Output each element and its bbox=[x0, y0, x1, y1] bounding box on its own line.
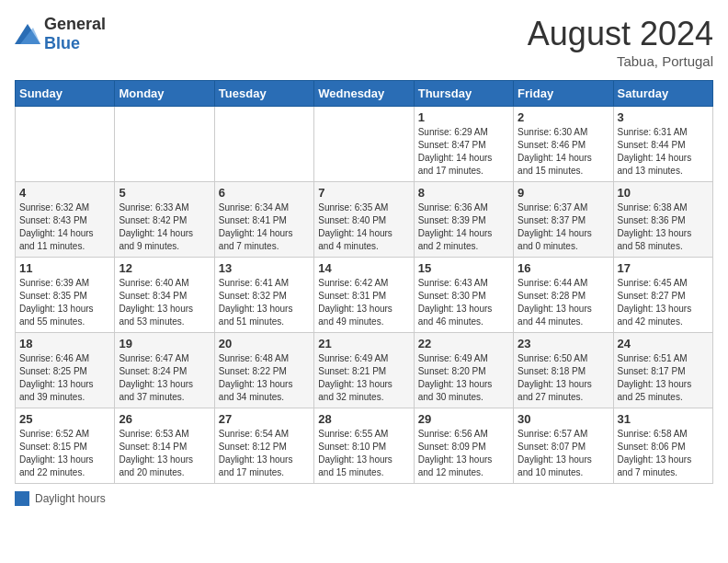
day-info: Sunrise: 6:40 AM Sunset: 8:34 PM Dayligh… bbox=[119, 277, 210, 328]
day-info: Sunrise: 6:33 AM Sunset: 8:42 PM Dayligh… bbox=[119, 201, 210, 253]
table-row: 8Sunrise: 6:36 AM Sunset: 8:39 PM Daylig… bbox=[414, 182, 513, 258]
logo: General Blue bbox=[15, 15, 106, 53]
day-number: 13 bbox=[219, 261, 310, 275]
table-row: 2Sunrise: 6:30 AM Sunset: 8:46 PM Daylig… bbox=[514, 107, 613, 182]
logo-text: General Blue bbox=[44, 15, 106, 53]
day-info: Sunrise: 6:47 AM Sunset: 8:24 PM Dayligh… bbox=[119, 352, 210, 404]
title-area: August 2024 Tabua, Portugal bbox=[528, 15, 713, 69]
day-info: Sunrise: 6:30 AM Sunset: 8:46 PM Dayligh… bbox=[518, 126, 609, 178]
calendar-table: Sunday Monday Tuesday Wednesday Thursday… bbox=[15, 80, 713, 484]
table-row: 16Sunrise: 6:44 AM Sunset: 8:28 PM Dayli… bbox=[514, 258, 613, 333]
day-info: Sunrise: 6:44 AM Sunset: 8:28 PM Dayligh… bbox=[518, 277, 609, 328]
day-number: 6 bbox=[219, 186, 310, 200]
day-number: 30 bbox=[518, 412, 609, 426]
day-number: 25 bbox=[19, 412, 110, 426]
table-row: 18Sunrise: 6:46 AM Sunset: 8:25 PM Dayli… bbox=[16, 333, 115, 408]
calendar-week-row: 25Sunrise: 6:52 AM Sunset: 8:15 PM Dayli… bbox=[16, 408, 713, 484]
table-row: 23Sunrise: 6:50 AM Sunset: 8:18 PM Dayli… bbox=[514, 333, 613, 408]
table-row: 29Sunrise: 6:56 AM Sunset: 8:09 PM Dayli… bbox=[414, 408, 513, 484]
location-subtitle: Tabua, Portugal bbox=[528, 53, 713, 69]
table-row: 7Sunrise: 6:35 AM Sunset: 8:40 PM Daylig… bbox=[314, 182, 414, 258]
table-row: 28Sunrise: 6:55 AM Sunset: 8:10 PM Dayli… bbox=[314, 408, 414, 484]
day-number: 14 bbox=[318, 261, 409, 275]
table-row: 4Sunrise: 6:32 AM Sunset: 8:43 PM Daylig… bbox=[16, 182, 115, 258]
day-info: Sunrise: 6:37 AM Sunset: 8:37 PM Dayligh… bbox=[518, 201, 609, 253]
day-number: 20 bbox=[219, 337, 310, 350]
calendar-week-row: 1Sunrise: 6:29 AM Sunset: 8:47 PM Daylig… bbox=[16, 107, 713, 182]
table-row: 21Sunrise: 6:49 AM Sunset: 8:21 PM Dayli… bbox=[314, 333, 414, 408]
table-row: 12Sunrise: 6:40 AM Sunset: 8:34 PM Dayli… bbox=[115, 258, 214, 333]
day-info: Sunrise: 6:49 AM Sunset: 8:20 PM Dayligh… bbox=[418, 352, 509, 404]
table-row: 27Sunrise: 6:54 AM Sunset: 8:12 PM Dayli… bbox=[214, 408, 313, 484]
calendar-week-row: 18Sunrise: 6:46 AM Sunset: 8:25 PM Dayli… bbox=[16, 333, 713, 408]
table-row: 10Sunrise: 6:38 AM Sunset: 8:36 PM Dayli… bbox=[613, 182, 712, 258]
table-row: 30Sunrise: 6:57 AM Sunset: 8:07 PM Dayli… bbox=[514, 408, 613, 484]
table-row: 11Sunrise: 6:39 AM Sunset: 8:35 PM Dayli… bbox=[16, 258, 115, 333]
day-number: 3 bbox=[618, 110, 709, 124]
table-row: 25Sunrise: 6:52 AM Sunset: 8:15 PM Dayli… bbox=[16, 408, 115, 484]
day-number: 27 bbox=[219, 412, 310, 426]
logo-blue: Blue bbox=[44, 34, 80, 52]
month-title: August 2024 bbox=[528, 15, 713, 53]
day-info: Sunrise: 6:41 AM Sunset: 8:32 PM Dayligh… bbox=[219, 277, 310, 328]
day-number: 15 bbox=[418, 261, 509, 275]
day-info: Sunrise: 6:46 AM Sunset: 8:25 PM Dayligh… bbox=[19, 352, 110, 404]
legend: Daylight hours bbox=[15, 491, 713, 506]
table-row: 17Sunrise: 6:45 AM Sunset: 8:27 PM Dayli… bbox=[613, 258, 712, 333]
table-row bbox=[214, 107, 313, 182]
day-number: 22 bbox=[418, 337, 509, 350]
day-number: 26 bbox=[119, 412, 210, 426]
day-number: 18 bbox=[19, 337, 110, 350]
table-row: 3Sunrise: 6:31 AM Sunset: 8:44 PM Daylig… bbox=[613, 107, 712, 182]
col-thursday: Thursday bbox=[414, 81, 513, 107]
col-wednesday: Wednesday bbox=[314, 81, 414, 107]
day-info: Sunrise: 6:58 AM Sunset: 8:06 PM Dayligh… bbox=[618, 428, 709, 479]
day-number: 31 bbox=[618, 412, 709, 426]
table-row: 5Sunrise: 6:33 AM Sunset: 8:42 PM Daylig… bbox=[115, 182, 214, 258]
day-info: Sunrise: 6:29 AM Sunset: 8:47 PM Dayligh… bbox=[418, 126, 509, 178]
day-info: Sunrise: 6:38 AM Sunset: 8:36 PM Dayligh… bbox=[618, 201, 709, 253]
table-row: 9Sunrise: 6:37 AM Sunset: 8:37 PM Daylig… bbox=[514, 182, 613, 258]
day-info: Sunrise: 6:31 AM Sunset: 8:44 PM Dayligh… bbox=[618, 126, 709, 178]
table-row: 20Sunrise: 6:48 AM Sunset: 8:22 PM Dayli… bbox=[214, 333, 313, 408]
col-sunday: Sunday bbox=[16, 81, 115, 107]
day-number: 4 bbox=[19, 186, 110, 200]
day-number: 11 bbox=[19, 261, 110, 275]
day-info: Sunrise: 6:54 AM Sunset: 8:12 PM Dayligh… bbox=[219, 428, 310, 479]
day-info: Sunrise: 6:32 AM Sunset: 8:43 PM Dayligh… bbox=[19, 201, 110, 253]
day-info: Sunrise: 6:52 AM Sunset: 8:15 PM Dayligh… bbox=[19, 428, 110, 479]
day-info: Sunrise: 6:55 AM Sunset: 8:10 PM Dayligh… bbox=[318, 428, 409, 479]
table-row: 15Sunrise: 6:43 AM Sunset: 8:30 PM Dayli… bbox=[414, 258, 513, 333]
logo-icon bbox=[15, 24, 40, 44]
day-number: 9 bbox=[518, 186, 609, 200]
calendar-week-row: 11Sunrise: 6:39 AM Sunset: 8:35 PM Dayli… bbox=[16, 258, 713, 333]
table-row bbox=[314, 107, 414, 182]
logo-general: General bbox=[44, 15, 106, 33]
table-row: 24Sunrise: 6:51 AM Sunset: 8:17 PM Dayli… bbox=[613, 333, 712, 408]
day-info: Sunrise: 6:39 AM Sunset: 8:35 PM Dayligh… bbox=[19, 277, 110, 328]
day-number: 2 bbox=[518, 110, 609, 124]
day-info: Sunrise: 6:35 AM Sunset: 8:40 PM Dayligh… bbox=[318, 201, 409, 253]
day-info: Sunrise: 6:45 AM Sunset: 8:27 PM Dayligh… bbox=[618, 277, 709, 328]
calendar-week-row: 4Sunrise: 6:32 AM Sunset: 8:43 PM Daylig… bbox=[16, 182, 713, 258]
day-number: 12 bbox=[119, 261, 210, 275]
col-saturday: Saturday bbox=[613, 81, 712, 107]
table-row: 14Sunrise: 6:42 AM Sunset: 8:31 PM Dayli… bbox=[314, 258, 414, 333]
day-number: 23 bbox=[518, 337, 609, 350]
day-number: 21 bbox=[318, 337, 409, 350]
day-info: Sunrise: 6:48 AM Sunset: 8:22 PM Dayligh… bbox=[219, 352, 310, 404]
day-number: 7 bbox=[318, 186, 409, 200]
table-row bbox=[115, 107, 214, 182]
day-info: Sunrise: 6:57 AM Sunset: 8:07 PM Dayligh… bbox=[518, 428, 609, 479]
table-row: 19Sunrise: 6:47 AM Sunset: 8:24 PM Dayli… bbox=[115, 333, 214, 408]
legend-label: Daylight hours bbox=[35, 492, 106, 505]
day-number: 24 bbox=[618, 337, 709, 350]
table-row: 6Sunrise: 6:34 AM Sunset: 8:41 PM Daylig… bbox=[214, 182, 313, 258]
day-info: Sunrise: 6:49 AM Sunset: 8:21 PM Dayligh… bbox=[318, 352, 409, 404]
col-monday: Monday bbox=[115, 81, 214, 107]
day-number: 16 bbox=[518, 261, 609, 275]
legend-color-box bbox=[15, 491, 29, 506]
table-row: 31Sunrise: 6:58 AM Sunset: 8:06 PM Dayli… bbox=[613, 408, 712, 484]
col-tuesday: Tuesday bbox=[214, 81, 313, 107]
table-row: 22Sunrise: 6:49 AM Sunset: 8:20 PM Dayli… bbox=[414, 333, 513, 408]
